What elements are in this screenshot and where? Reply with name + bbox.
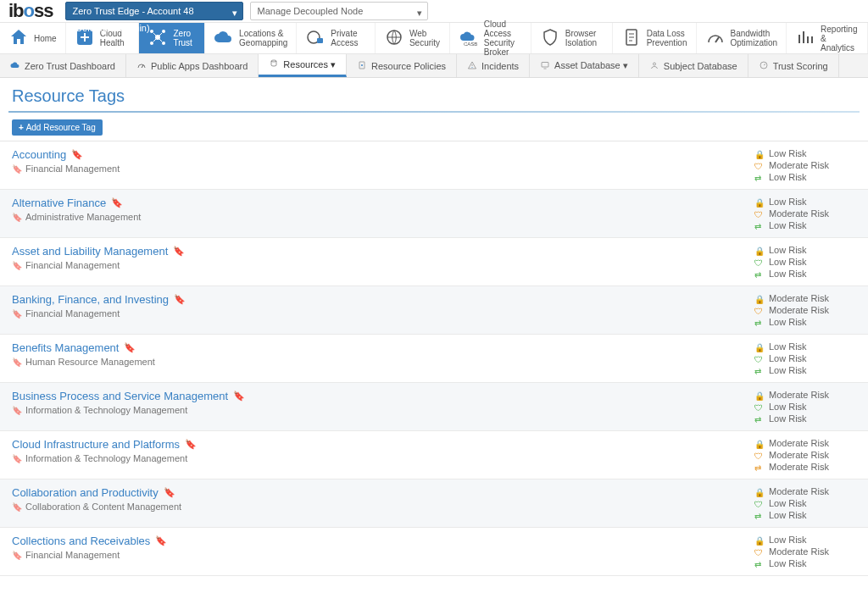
account-select[interactable]: Zero Trust Edge - Account 48 (Delegated … — [65, 2, 243, 20]
risk-label: Low Risk — [769, 535, 807, 545]
title-divider — [8, 111, 860, 113]
subnav-public-apps-dashboard[interactable]: Public Apps Dashboard — [126, 54, 259, 77]
tag-category: Financial Management — [12, 550, 167, 560]
risk-icon — [754, 258, 764, 267]
subnav-subject-database[interactable]: Subject Database — [639, 54, 748, 77]
resource-tag-row[interactable]: Collaboration and Productivity🔖Collabora… — [0, 479, 868, 528]
warn-icon — [467, 60, 477, 72]
subnav-resources-[interactable]: Resources ▾ — [259, 54, 347, 77]
nav-label: Cloud Access Security Broker — [484, 19, 522, 57]
bookmark-icon: 🔖 — [111, 197, 123, 208]
risk-indicator: Low Risk — [754, 558, 856, 568]
subnav-trust-scoring[interactable]: Trust Scoring — [748, 54, 839, 77]
tag-name[interactable]: Collections and Receivables🔖 — [12, 535, 167, 547]
add-resource-tag-button[interactable]: Add Resource Tag — [12, 119, 103, 136]
svg-point-5 — [162, 42, 165, 45]
resource-tag-row[interactable]: Cloud Infrastructure and Platforms🔖Infor… — [0, 431, 868, 479]
risk-column: Low RiskLow RiskLow Risk — [754, 341, 856, 375]
risk-indicator: Low Risk — [754, 413, 856, 424]
tag-name[interactable]: Cloud Infrastructure and Platforms🔖 — [12, 438, 197, 451]
resource-tag-row[interactable]: Collections and Receivables🔖Financial Ma… — [0, 528, 868, 576]
risk-icon — [754, 149, 764, 158]
home-icon — [8, 27, 29, 49]
row-info: Alternative Finance🔖Administrative Manag… — [12, 197, 141, 230]
risk-label: Low Risk — [769, 220, 807, 230]
logo: iboss — [3, 0, 58, 22]
node-select[interactable]: Manage Decoupled Node — [250, 2, 428, 20]
resource-tag-row[interactable]: Benefits Management🔖Human Resource Manag… — [0, 335, 868, 383]
nav-cloud-access-security-broker[interactable]: CASBCloud Access Security Broker — [450, 23, 531, 53]
risk-indicator: Moderate Risk — [754, 486, 856, 496]
risk-icon — [754, 342, 764, 352]
resource-tag-row[interactable]: Asset and Liability Management🔖Financial… — [0, 238, 868, 286]
risk-label: Moderate Risk — [769, 293, 829, 303]
subnav-asset-database-[interactable]: Asset Database ▾ — [530, 54, 639, 77]
bookmark-icon: 🔖 — [185, 439, 197, 450]
subnav-incidents[interactable]: Incidents — [457, 54, 530, 77]
risk-indicator: Low Risk — [754, 535, 856, 545]
nav-home[interactable]: Home — [0, 23, 66, 53]
tag-category: Financial Management — [12, 163, 120, 174]
risk-label: Low Risk — [769, 510, 807, 520]
risk-indicator: Moderate Risk — [754, 450, 856, 460]
risk-icon — [754, 499, 764, 508]
tag-name[interactable]: Business Process and Service Management🔖 — [12, 390, 245, 402]
risk-label: Low Risk — [769, 257, 807, 267]
risk-icon — [754, 161, 764, 170]
db-icon — [269, 58, 279, 70]
risk-icon — [754, 318, 764, 327]
tag-name[interactable]: Asset and Liability Management🔖 — [12, 245, 185, 258]
risk-indicator: Moderate Risk — [754, 305, 856, 315]
nav-label: Web Security — [409, 29, 441, 47]
resource-tag-row[interactable]: Banking, Finance, and Investing🔖Financia… — [0, 286, 868, 335]
subnav-label: Asset Database ▾ — [554, 60, 628, 71]
risk-icon — [754, 559, 764, 568]
gauge-icon — [136, 60, 147, 72]
nav-locations-geomapping[interactable]: Locations & Geomapping — [205, 23, 297, 53]
risk-column: Low RiskModerate RiskLow Risk — [754, 148, 856, 182]
risk-label: Low Risk — [769, 365, 807, 375]
nav-browser-isolation[interactable]: Browser Isolation — [531, 23, 613, 53]
sub-nav: Zero Trust DashboardPublic Apps Dashboar… — [0, 54, 868, 78]
resource-tag-row[interactable]: Alternative Finance🔖Administrative Manag… — [0, 190, 868, 238]
risk-label: Low Risk — [769, 402, 807, 412]
nav-web-security[interactable]: Web Security — [376, 23, 450, 53]
tag-name[interactable]: Banking, Finance, and Investing🔖 — [12, 293, 186, 306]
nav-label: Bandwidth Optimization — [731, 29, 778, 47]
cloud-icon — [214, 27, 234, 49]
resource-tag-row[interactable]: Business Process and Service Management🔖… — [0, 383, 868, 431]
risk-icon — [754, 221, 764, 230]
subnav-resource-policies[interactable]: Resource Policies — [347, 54, 457, 77]
subnav-zero-trust-dashboard[interactable]: Zero Trust Dashboard — [0, 54, 126, 77]
tag-name[interactable]: Collaboration and Productivity🔖 — [12, 486, 181, 499]
nav-private-access[interactable]: Private Access — [297, 23, 376, 53]
risk-label: Low Risk — [769, 353, 807, 363]
risk-column: Low RiskModerate RiskLow Risk — [754, 535, 856, 568]
resource-tag-row[interactable]: Accounting🔖Financial ManagementLow RiskM… — [0, 141, 868, 190]
nav-label: Browser Isolation — [565, 29, 604, 47]
tag-name[interactable]: Benefits Management🔖 — [12, 341, 155, 354]
tag-name[interactable]: Accounting🔖 — [12, 148, 120, 161]
subnav-label: Resources ▾ — [283, 59, 336, 70]
nav-reporting-analytics[interactable]: Reporting & Analytics — [787, 23, 868, 53]
tag-name[interactable]: Alternative Finance🔖 — [12, 197, 141, 209]
risk-icon — [754, 547, 764, 557]
bookmark-icon: 🔖 — [164, 487, 175, 498]
nav-bandwidth-optimization[interactable]: Bandwidth Optimization — [697, 23, 787, 53]
tag-category: Financial Management — [12, 308, 186, 319]
bookmark-icon: 🔖 — [155, 535, 167, 546]
risk-label: Low Risk — [769, 245, 807, 255]
risk-indicator: Low Risk — [754, 257, 856, 267]
svg-rect-15 — [542, 62, 548, 67]
subnav-label: Zero Trust Dashboard — [25, 61, 115, 71]
tag-category: Information & Technology Management — [12, 405, 245, 415]
row-info: Asset and Liability Management🔖Financial… — [12, 245, 185, 279]
risk-icon — [754, 463, 764, 472]
risk-icon — [754, 366, 764, 375]
bookmark-icon: 🔖 — [174, 294, 186, 305]
shield-icon — [540, 27, 560, 49]
chart-icon — [795, 27, 815, 49]
risk-indicator: Low Risk — [754, 365, 856, 375]
nav-data-loss-prevention[interactable]: Data Loss Prevention — [613, 23, 697, 53]
risk-column: Low RiskLow RiskLow Risk — [754, 245, 856, 279]
